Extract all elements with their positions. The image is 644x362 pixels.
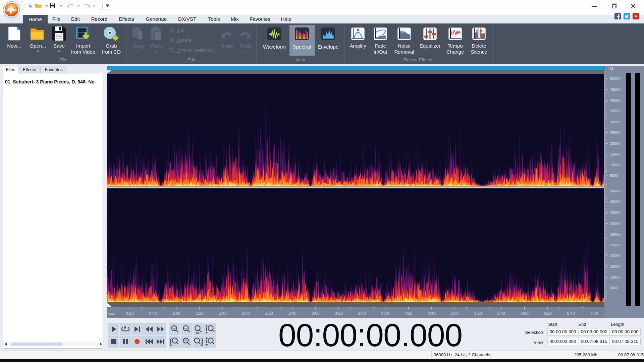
svg-text:15000: 15000 <box>610 264 621 268</box>
svg-text:25000: 25000 <box>610 131 621 135</box>
svg-text:45000: 45000 <box>610 87 621 92</box>
svg-text:20000: 20000 <box>610 141 621 145</box>
svg-text:30000: 30000 <box>610 232 621 236</box>
svg-text:35000: 35000 <box>610 109 621 113</box>
svg-text:5000: 5000 <box>610 286 619 290</box>
svg-text:45000: 45000 <box>610 200 621 204</box>
svg-text:40000: 40000 <box>610 210 621 215</box>
svg-text:50000: 50000 <box>610 77 621 81</box>
svg-text:]: ] <box>201 337 203 346</box>
svg-text:10000: 10000 <box>610 163 621 167</box>
svg-text:20000: 20000 <box>610 254 621 258</box>
svg-text:25000: 25000 <box>610 243 621 247</box>
svg-text:5000: 5000 <box>610 174 619 178</box>
svg-text:10000: 10000 <box>610 275 621 279</box>
svg-text:40000: 40000 <box>610 98 621 102</box>
svg-text:15000: 15000 <box>610 152 621 156</box>
svg-text:30000: 30000 <box>610 120 621 124</box>
svg-text:35000: 35000 <box>610 221 621 225</box>
svg-text:50000: 50000 <box>610 189 621 193</box>
svg-text:100: 100 <box>196 332 200 334</box>
